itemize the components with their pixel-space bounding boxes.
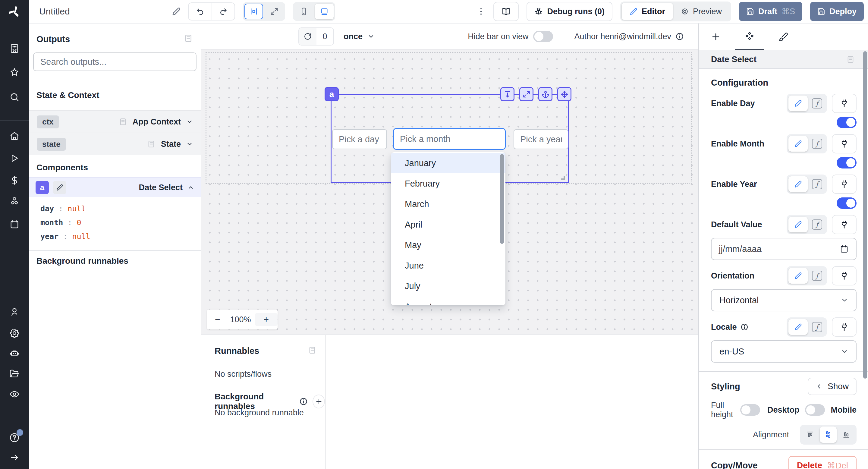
static-edit-pencil-button[interactable] (788, 136, 808, 152)
connect-plug-button[interactable] (832, 175, 857, 194)
expand-sidebar-icon[interactable] (10, 453, 19, 462)
full-height-toggle[interactable] (740, 404, 760, 416)
align-top-button[interactable] (802, 427, 818, 443)
static-edit-pencil-button[interactable] (788, 96, 808, 111)
docs-book-button[interactable] (493, 2, 519, 21)
connect-plug-button[interactable] (832, 134, 857, 153)
fill-height-handle-icon[interactable] (500, 87, 515, 101)
fx-expression-button[interactable]: ƒ (809, 217, 825, 232)
enable-year-toggle[interactable] (837, 197, 857, 209)
app-canvas[interactable]: a January February March April May June (201, 50, 698, 335)
refresh-count-button[interactable]: 0 (299, 27, 334, 45)
component-id-badge[interactable]: a (324, 87, 339, 101)
undo-button[interactable] (189, 3, 212, 20)
editor-tab[interactable]: Editor (622, 3, 673, 20)
chevron-down-icon[interactable] (186, 141, 193, 147)
schedules-icon[interactable] (9, 219, 20, 229)
connect-plug-button[interactable] (832, 266, 857, 285)
add-background-runnable-button[interactable] (313, 395, 325, 408)
connect-plug-button[interactable] (832, 94, 857, 113)
default-value-date-input[interactable]: jj/mm/aaaa (711, 238, 857, 260)
desktop-mobile-toggle[interactable] (805, 404, 825, 416)
more-menu-kebab-icon[interactable] (476, 7, 486, 16)
search-icon[interactable] (9, 92, 20, 102)
align-bottom-button[interactable] (838, 427, 855, 443)
centered-layout-button[interactable] (244, 4, 263, 19)
tab-insert-component[interactable] (699, 24, 733, 50)
runnables-doc-icon[interactable] (308, 346, 316, 354)
connect-plug-button[interactable] (832, 215, 857, 234)
info-icon[interactable] (675, 32, 684, 41)
month-option[interactable]: July (391, 276, 505, 296)
debug-runs-button[interactable]: Debug runs (0) (527, 2, 613, 21)
pick-month-input[interactable] (393, 128, 506, 150)
redo-button[interactable] (212, 3, 235, 20)
ctx-row[interactable]: ctx App Context (29, 110, 201, 133)
tab-component-settings[interactable] (733, 24, 767, 50)
output-prop-year[interactable]: year : null (40, 230, 201, 244)
draft-button[interactable]: Draft ⌘S (739, 2, 802, 21)
pick-day-input[interactable] (332, 129, 387, 149)
zoom-in-button[interactable]: + (255, 313, 278, 326)
orientation-select[interactable]: Horizontal (711, 289, 857, 311)
panel-scrollbar[interactable] (863, 51, 867, 379)
month-option[interactable]: April (391, 214, 505, 235)
month-option[interactable]: May (391, 235, 505, 255)
month-option[interactable]: March (391, 194, 505, 214)
zoom-out-button[interactable]: − (207, 314, 228, 324)
month-option[interactable]: January (391, 153, 505, 173)
workers-robot-icon[interactable] (9, 348, 20, 358)
users-icon[interactable] (9, 307, 20, 317)
resize-corner-handle[interactable] (561, 176, 565, 180)
fx-expression-button[interactable]: ƒ (809, 136, 825, 152)
anchor-handle-icon[interactable] (538, 87, 553, 101)
fx-expression-button[interactable]: ƒ (809, 176, 825, 192)
pick-year-input[interactable] (514, 129, 568, 149)
fullscreen-layout-button[interactable] (265, 4, 284, 19)
month-option[interactable]: February (391, 173, 505, 194)
windmill-logo[interactable] (0, 0, 29, 24)
enable-month-toggle[interactable] (837, 157, 857, 168)
output-prop-day[interactable]: day : null (40, 202, 201, 216)
folders-icon[interactable] (9, 369, 20, 379)
component-a-row[interactable]: a Date Select (29, 177, 201, 197)
output-prop-month[interactable]: month : 0 (40, 216, 201, 230)
static-edit-pencil-button[interactable] (788, 319, 808, 335)
workspace-icon[interactable] (9, 43, 20, 54)
static-edit-pencil-button[interactable] (788, 217, 808, 232)
styling-show-button[interactable]: Show (808, 378, 857, 395)
state-row[interactable]: state State (29, 133, 201, 155)
edit-title-pencil-icon[interactable] (172, 7, 181, 16)
preview-tab[interactable]: Preview (673, 3, 730, 20)
align-center-button[interactable] (820, 427, 837, 443)
move-handle-icon[interactable] (557, 87, 571, 101)
dropdown-scrollbar[interactable] (500, 154, 504, 244)
static-edit-pencil-button[interactable] (788, 176, 808, 192)
fx-expression-button[interactable]: ƒ (809, 268, 825, 284)
info-icon[interactable] (299, 397, 308, 406)
static-edit-pencil-button[interactable] (788, 268, 808, 284)
frequency-select[interactable]: once (344, 32, 375, 41)
connect-plug-button[interactable] (832, 317, 857, 337)
enable-day-toggle[interactable] (837, 117, 857, 128)
runs-icon[interactable] (9, 153, 20, 163)
favorites-icon[interactable] (9, 67, 20, 77)
component-doc-icon[interactable] (846, 55, 855, 64)
rename-component-pencil-icon[interactable] (53, 181, 66, 194)
calendar-icon[interactable] (840, 245, 849, 253)
mobile-view-button[interactable] (294, 4, 313, 19)
resources-icon[interactable] (9, 196, 20, 207)
hide-bar-toggle[interactable] (533, 31, 553, 42)
desktop-view-button[interactable] (315, 4, 334, 19)
expand-handle-icon[interactable] (519, 87, 533, 101)
info-icon[interactable] (741, 323, 748, 331)
locale-select[interactable]: en-US (711, 340, 857, 363)
deploy-button[interactable]: Deploy (810, 2, 864, 21)
home-icon[interactable] (9, 131, 20, 141)
search-outputs-input[interactable] (33, 53, 196, 71)
fx-expression-button[interactable]: ƒ (809, 319, 825, 335)
chevron-down-icon[interactable] (186, 119, 193, 125)
month-option[interactable]: August (391, 296, 505, 305)
chevron-up-icon[interactable] (187, 184, 194, 191)
settings-gear-icon[interactable] (9, 328, 20, 338)
